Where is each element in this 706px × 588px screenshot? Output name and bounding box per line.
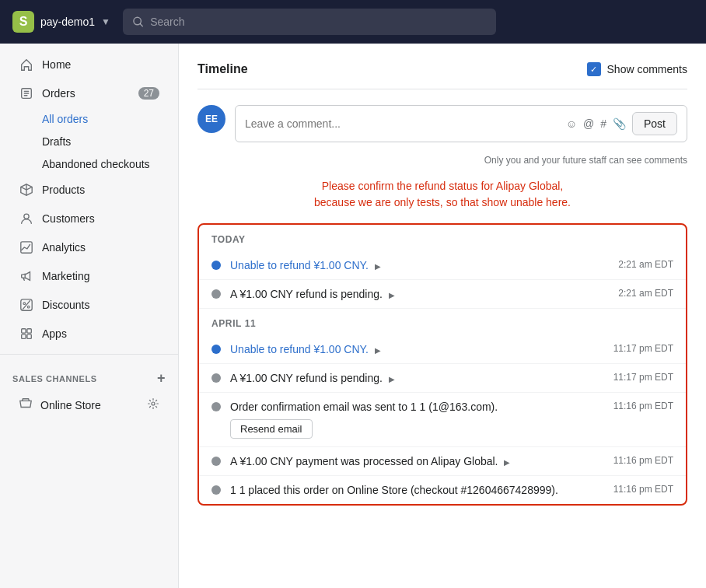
april11-section-header: APRIL 11 [199,309,686,335]
svg-point-5 [27,306,30,308]
orders-icon [19,86,34,101]
timeline-entry-time: 11:17 pm EDT [613,372,673,383]
brand-selector[interactable]: S pay-demo1 ▼ [12,11,110,33]
all-orders-label: All orders [42,113,88,125]
customers-icon [19,211,34,226]
timeline-entry-content: A ¥1.00 CNY payment was processed on Ali… [230,455,604,467]
home-label: Home [42,58,71,71]
timeline-dot-gray [211,457,221,466]
unable-refund-link-2[interactable]: Unable to refund ¥1.00 CNY. [230,343,369,355]
sidebar-item-abandoned-checkouts[interactable]: Abandoned checkouts [6,153,172,175]
timeline-entries-box: TODAY Unable to refund ¥1.00 CNY. ▶ 2:21… [197,223,687,506]
comment-icons: ☺ @ # 📎 [566,117,626,130]
sidebar-item-home[interactable]: Home [6,51,172,79]
comment-input-box: ☺ @ # 📎 Post [235,105,687,142]
products-icon [19,182,34,198]
timeline-entry-time: 11:16 pm EDT [613,455,673,466]
marketing-label: Marketing [42,270,89,282]
comment-area: EE ☺ @ # 📎 Post [197,105,687,142]
brand-chevron-icon: ▼ [101,16,110,27]
timeline-entry-content: Unable to refund ¥1.00 CNY. ▶ [230,343,604,355]
sidebar-item-discounts[interactable]: Discounts [6,291,172,319]
resend-email-button[interactable]: Resend email [230,419,313,439]
discounts-icon [19,297,34,313]
online-store-settings-icon[interactable] [147,397,159,412]
global-search[interactable] [123,9,496,35]
svg-rect-3 [21,242,32,253]
svg-point-2 [24,214,29,219]
analytics-label: Analytics [42,241,86,254]
timeline-entry-apr11-3: Order confirmation email was sent to 1 1… [199,393,686,447]
chevron-right-icon: ▶ [389,375,395,383]
show-comments-label: Show comments [607,63,687,75]
drafts-label: Drafts [42,135,71,148]
timeline-header: Timeline ✓ Show comments [197,62,687,89]
post-button[interactable]: Post [632,112,677,135]
comment-input[interactable] [245,117,560,130]
sidebar-item-customers[interactable]: Customers [6,205,172,233]
brand-name: pay-demo1 [40,16,95,28]
comment-hint: Only you and your future staff can see c… [197,155,687,166]
timeline-entry-apr11-1: Unable to refund ¥1.00 CNY. ▶ 11:17 pm E… [199,335,686,364]
search-input[interactable] [150,16,487,28]
sidebar: Home Orders 27 All orders Drafts Abandon… [0,44,179,588]
timeline-dot-gray [211,373,221,383]
timeline-title: Timeline [197,62,248,76]
timeline-entry-time: 11:16 pm EDT [613,484,673,495]
timeline-dot-gray [211,402,221,411]
online-store-icon [19,397,33,413]
sales-channels-label: SALES CHANNELS [12,374,97,383]
customers-label: Customers [42,212,95,225]
timeline-entry-content: A ¥1.00 CNY refund is pending. ▶ [230,372,604,384]
timeline-entry-time: 2:21 am EDT [618,288,673,299]
timeline-entry-time: 11:17 pm EDT [613,343,673,354]
home-icon [19,57,34,72]
sidebar-item-marketing[interactable]: Marketing [6,262,172,290]
timeline-entry-today-1: Unable to refund ¥1.00 CNY. ▶ 2:21 am ED… [199,251,686,280]
hashtag-icon[interactable]: # [600,117,606,130]
unable-refund-link-1[interactable]: Unable to refund ¥1.00 CNY. [230,259,369,271]
attachment-icon[interactable]: 📎 [613,117,626,130]
svg-point-4 [23,303,26,305]
abandoned-checkouts-label: Abandoned checkouts [42,158,150,170]
timeline-entry-content: 1 1 placed this order on Online Store (c… [230,484,604,496]
sidebar-item-analytics[interactable]: Analytics [6,233,172,261]
timeline-entry-content: Order confirmation email was sent to 1 1… [230,401,604,439]
sidebar-item-apps[interactable]: Apps [6,320,172,348]
user-avatar: EE [197,105,225,133]
chevron-right-icon: ▶ [389,291,395,299]
analytics-icon [19,240,34,255]
timeline-dot-gray [211,289,221,299]
discounts-label: Discounts [42,299,89,311]
chevron-right-icon: ▶ [375,346,381,355]
timeline-entry-apr11-2: A ¥1.00 CNY refund is pending. ▶ 11:17 p… [199,364,686,393]
sidebar-item-drafts[interactable]: Drafts [6,131,172,152]
timeline-entry-time: 11:16 pm EDT [613,401,673,411]
timeline-entry-today-2: A ¥1.00 CNY refund is pending. ▶ 2:21 am… [199,280,686,309]
add-channel-icon[interactable]: + [157,370,166,387]
orders-badge: 27 [138,87,159,100]
notice-text: Please confirm the refund status for Ali… [197,178,687,211]
sidebar-item-all-orders[interactable]: All orders [6,108,172,130]
timeline-entry-content: A ¥1.00 CNY refund is pending. ▶ [230,288,609,300]
sidebar-item-online-store[interactable]: Online Store [6,390,172,419]
sales-channels-header: SALES CHANNELS + [0,361,178,390]
marketing-icon [19,268,34,284]
mention-icon[interactable]: @ [583,117,594,130]
chevron-right-icon: ▶ [375,262,381,271]
timeline-entry-apr11-5: 1 1 placed this order on Online Store (c… [199,476,686,504]
svg-rect-10 [27,334,31,338]
show-comments-checkbox[interactable]: ✓ [587,62,601,76]
svg-point-11 [152,402,155,405]
timeline-dot-blue [211,261,221,270]
search-icon [132,16,144,28]
main-content: Timeline ✓ Show comments EE ☺ @ # 📎 Post [179,44,706,588]
sidebar-item-orders[interactable]: Orders 27 [6,79,172,107]
sidebar-divider [0,354,178,355]
top-navigation: S pay-demo1 ▼ [0,0,706,44]
sidebar-item-products[interactable]: Products [6,176,172,204]
timeline-dot-blue [211,345,221,354]
show-comments-toggle[interactable]: ✓ Show comments [587,62,687,76]
emoji-icon[interactable]: ☺ [566,117,577,130]
apps-icon [19,326,34,341]
